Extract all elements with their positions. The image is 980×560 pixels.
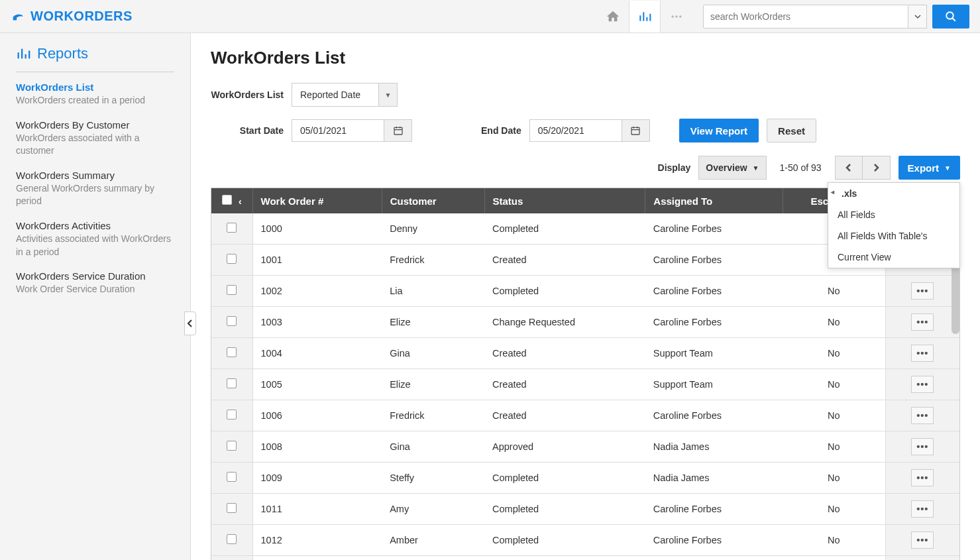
pager-next-button[interactable] bbox=[863, 156, 891, 180]
cell-escalated: No bbox=[783, 307, 885, 338]
search-dropdown[interactable] bbox=[908, 5, 927, 28]
cell-assigned: Nadia James bbox=[645, 463, 783, 494]
export-format-header[interactable]: .xls bbox=[828, 183, 959, 204]
select-all-checkbox[interactable] bbox=[222, 195, 232, 205]
export-menu-item[interactable]: All Fields With Table's bbox=[828, 225, 959, 247]
sidebar-item[interactable]: WorkOrders ActivitiesActivities associat… bbox=[16, 220, 174, 258]
cell-customer: Gina bbox=[382, 431, 484, 463]
sidebar-title-text: Reports bbox=[37, 45, 88, 62]
sidebar-title: Reports bbox=[16, 45, 174, 72]
display-select[interactable]: Overview ▼ bbox=[698, 156, 766, 180]
table-row: 1005ElizeCreatedSupport TeamNo••• bbox=[211, 369, 959, 400]
main-content: WorkOrders List WorkOrders List Reported… bbox=[191, 33, 980, 560]
cell-assigned: Caroline Forbes bbox=[645, 213, 783, 245]
reset-button[interactable]: Reset bbox=[767, 119, 816, 142]
row-checkbox[interactable] bbox=[227, 503, 237, 513]
cell-customer: Fredrick bbox=[382, 400, 484, 431]
export-button[interactable]: Export ▼ bbox=[898, 156, 960, 180]
search-button[interactable] bbox=[932, 5, 969, 28]
export-menu-item[interactable]: Current View bbox=[828, 247, 959, 268]
sidebar-item[interactable]: WorkOrders By CustomerWorkOrders associa… bbox=[16, 119, 174, 158]
topbar: WORKORDERS bbox=[0, 0, 980, 33]
cell-customer: Jaxon bbox=[382, 556, 484, 561]
export-menu: .xls All FieldsAll Fields With Table'sCu… bbox=[828, 182, 960, 268]
sidebar-item-desc: General WorkOrders summary by period bbox=[16, 182, 174, 208]
list-filter-label: WorkOrders List bbox=[211, 89, 284, 100]
ellipsis-icon bbox=[670, 10, 683, 23]
row-actions-button[interactable]: ••• bbox=[911, 345, 934, 362]
sidebar-item-title: WorkOrders Summary bbox=[16, 170, 174, 181]
pager-prev-button[interactable] bbox=[835, 156, 863, 180]
row-actions-button[interactable]: ••• bbox=[911, 438, 934, 455]
sidebar-item-desc: Activities associated with WorkOrders in… bbox=[16, 233, 174, 258]
cell-assigned: Support Team bbox=[645, 369, 783, 400]
cell-escalated: No bbox=[783, 525, 885, 556]
cell-assigned: Caroline Forbes bbox=[645, 525, 783, 556]
row-checkbox[interactable] bbox=[227, 223, 237, 233]
cell-status: Created bbox=[484, 556, 645, 561]
sidebar-item-title: WorkOrders Service Duration bbox=[16, 270, 174, 282]
cell-status: Approved bbox=[484, 431, 645, 463]
page-title: WorkOrders List bbox=[211, 48, 960, 68]
search-input[interactable] bbox=[703, 5, 908, 28]
row-actions-button[interactable]: ••• bbox=[911, 282, 934, 300]
export-menu-item[interactable]: All Fields bbox=[828, 204, 959, 225]
brand-logo[interactable]: WORKORDERS bbox=[11, 9, 133, 24]
cell-customer: Elize bbox=[382, 369, 484, 400]
end-date-picker-button[interactable] bbox=[622, 119, 650, 142]
cell-escalated: No bbox=[783, 338, 885, 369]
home-button[interactable] bbox=[597, 1, 629, 32]
sidebar-item-desc: WorkOrders created in a period bbox=[16, 94, 174, 107]
chevron-down-icon bbox=[914, 13, 921, 20]
row-actions-button[interactable]: ••• bbox=[911, 500, 934, 518]
collapse-column-icon[interactable]: ‹ bbox=[239, 196, 242, 207]
table-row: 1003ElizeChange RequestedCaroline Forbes… bbox=[211, 307, 959, 338]
start-date-input[interactable] bbox=[292, 119, 384, 142]
table-row: 1012AmberCompletedCaroline ForbesNo••• bbox=[211, 525, 959, 556]
more-button[interactable] bbox=[661, 1, 692, 32]
row-actions-button[interactable]: ••• bbox=[911, 469, 934, 486]
cell-status: Created bbox=[484, 245, 645, 276]
row-actions-button[interactable]: ••• bbox=[911, 532, 934, 549]
row-actions-button[interactable]: ••• bbox=[911, 313, 934, 331]
caret-down-icon: ▼ bbox=[753, 164, 759, 172]
cell-status: Completed bbox=[484, 525, 645, 556]
row-checkbox[interactable] bbox=[227, 378, 237, 388]
sidebar-item[interactable]: WorkOrders Service DurationWork Order Se… bbox=[16, 270, 174, 296]
list-type-select[interactable]: Reported Date ▼ bbox=[292, 83, 398, 107]
row-checkbox[interactable] bbox=[227, 410, 237, 420]
cell-status: Completed bbox=[484, 494, 645, 525]
row-checkbox[interactable] bbox=[227, 316, 237, 326]
row-actions-button[interactable]: ••• bbox=[911, 376, 934, 393]
svg-rect-13 bbox=[394, 127, 402, 135]
cell-customer: Amy bbox=[382, 494, 484, 525]
col-workorder[interactable]: Work Order # bbox=[252, 188, 382, 213]
svg-point-4 bbox=[671, 15, 674, 18]
row-checkbox[interactable] bbox=[227, 441, 237, 451]
row-checkbox[interactable] bbox=[227, 285, 237, 295]
cell-escalated: No bbox=[783, 494, 885, 525]
cell-escalated: No bbox=[783, 276, 885, 307]
cell-workorder: 1001 bbox=[252, 245, 382, 276]
row-checkbox[interactable] bbox=[227, 472, 237, 482]
col-status[interactable]: Status bbox=[484, 188, 645, 213]
start-date-picker-button[interactable] bbox=[384, 119, 412, 142]
row-checkbox[interactable] bbox=[227, 534, 237, 544]
view-report-button[interactable]: View Report bbox=[679, 119, 759, 142]
reports-button[interactable] bbox=[629, 1, 661, 32]
cell-customer: Fredrick bbox=[382, 245, 484, 276]
calendar-icon bbox=[630, 125, 641, 136]
row-checkbox[interactable] bbox=[227, 347, 237, 357]
sidebar-item[interactable]: WorkOrders ListWorkOrders created in a p… bbox=[16, 82, 174, 107]
col-assigned[interactable]: Assigned To bbox=[645, 188, 783, 213]
cell-workorder: 1005 bbox=[252, 369, 382, 400]
svg-point-5 bbox=[675, 15, 678, 18]
cell-workorder: 1004 bbox=[252, 338, 382, 369]
cell-assigned: Support Team bbox=[645, 338, 783, 369]
sidebar-item[interactable]: WorkOrders SummaryGeneral WorkOrders sum… bbox=[16, 170, 174, 208]
row-checkbox[interactable] bbox=[227, 254, 237, 264]
row-actions-button[interactable]: ••• bbox=[911, 407, 934, 424]
select-all-header: ‹ bbox=[211, 188, 252, 213]
col-customer[interactable]: Customer bbox=[382, 188, 484, 213]
end-date-input[interactable] bbox=[529, 119, 622, 142]
